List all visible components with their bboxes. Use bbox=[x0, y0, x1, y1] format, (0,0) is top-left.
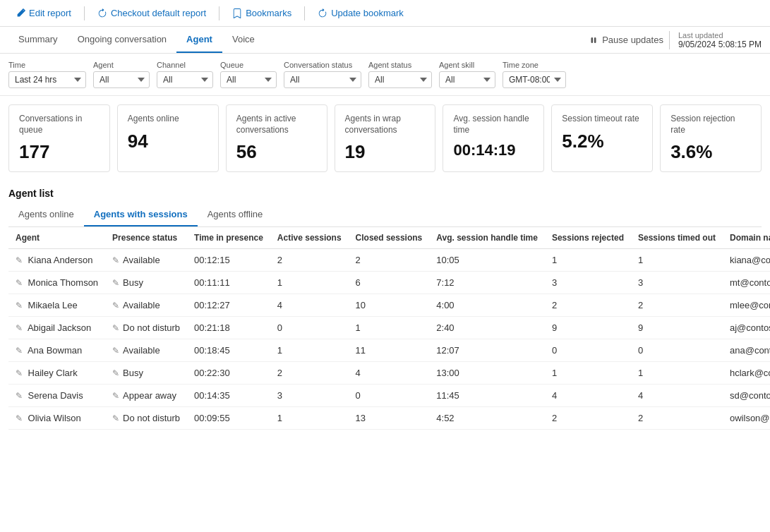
checkout-default-report-button[interactable]: Checkout default report bbox=[90, 4, 213, 22]
toolbar: Edit report Checkout default report Book… bbox=[0, 0, 770, 27]
filter-agent-status-select[interactable]: All bbox=[368, 71, 432, 88]
col-domain: Domain name bbox=[723, 227, 770, 249]
edit-agent-icon-7[interactable]: ✎ bbox=[16, 413, 23, 423]
kpi-avg-session-handle-time: Avg. session handle time 00:14:19 bbox=[443, 104, 544, 172]
edit-agent-icon-6[interactable]: ✎ bbox=[16, 391, 23, 401]
table-header-row: Agent Presence status Time in presence A… bbox=[8, 227, 770, 249]
tab-agent[interactable]: Agent bbox=[176, 27, 222, 53]
cell-time-presence-3: 00:21:18 bbox=[187, 317, 270, 339]
bookmarks-button[interactable]: Bookmarks bbox=[225, 4, 299, 22]
cell-sessions-rejected-0: 1 bbox=[545, 249, 631, 272]
filter-time-select[interactable]: Last 24 hrs Last 7 days Last 30 days bbox=[8, 71, 86, 88]
edit-presence-icon-5[interactable]: ✎ bbox=[112, 368, 119, 378]
cell-closed-sessions-7: 13 bbox=[349, 407, 430, 430]
cell-sessions-timed-out-3: 9 bbox=[631, 317, 723, 339]
edit-presence-icon-1[interactable]: ✎ bbox=[112, 278, 119, 288]
cell-avg-handle-6: 11:45 bbox=[429, 385, 545, 407]
cell-domain-4: ana@contoso.com bbox=[723, 339, 770, 362]
filter-agent-skill-select[interactable]: All bbox=[439, 71, 495, 88]
edit-presence-icon-7[interactable]: ✎ bbox=[112, 413, 119, 423]
cell-time-presence-2: 00:12:27 bbox=[187, 294, 270, 317]
filter-agent-skill-label: Agent skill bbox=[439, 61, 495, 69]
col-sessions-rejected: Sessions rejected bbox=[545, 227, 631, 249]
filter-time: Time Last 24 hrs Last 7 days Last 30 day… bbox=[8, 61, 86, 88]
cell-agent-0: ✎ Kiana Anderson bbox=[8, 249, 105, 272]
cell-active-sessions-0: 2 bbox=[270, 249, 349, 272]
cell-sessions-timed-out-2: 2 bbox=[631, 294, 723, 317]
agent-list-section: Agent list Agents online Agents with ses… bbox=[0, 181, 770, 430]
col-avg-handle: Avg. session handle time bbox=[429, 227, 545, 249]
tab-summary[interactable]: Summary bbox=[8, 27, 68, 53]
kpi-session-rejection-rate: Session rejection rate 3.6% bbox=[660, 104, 762, 172]
kpi-agents-wrap-value: 19 bbox=[345, 141, 426, 163]
separator-1 bbox=[84, 6, 85, 20]
col-time-presence: Time in presence bbox=[187, 227, 270, 249]
cell-sessions-rejected-5: 1 bbox=[545, 362, 631, 385]
edit-agent-icon-4[interactable]: ✎ bbox=[16, 346, 23, 356]
cell-sessions-timed-out-6: 4 bbox=[631, 385, 723, 407]
tab-ongoing-conversation[interactable]: Ongoing conversation bbox=[68, 27, 176, 53]
cell-sessions-rejected-4: 0 bbox=[545, 339, 631, 362]
cell-closed-sessions-0: 2 bbox=[349, 249, 430, 272]
edit-presence-icon-6[interactable]: ✎ bbox=[112, 391, 119, 401]
col-active-sessions: Active sessions bbox=[270, 227, 349, 249]
filter-time-zone-select[interactable]: GMT-08:00 bbox=[503, 71, 566, 88]
filter-conversation-status-select[interactable]: All bbox=[284, 71, 361, 88]
kpi-timeout-label: Session timeout rate bbox=[562, 114, 642, 125]
pause-updates-button[interactable]: Pause updates bbox=[589, 35, 663, 45]
cell-sessions-rejected-6: 4 bbox=[545, 385, 631, 407]
filter-agent-select[interactable]: All bbox=[93, 71, 150, 88]
cell-domain-2: mlee@contoso.co bbox=[723, 294, 770, 317]
kpi-rejection-label: Session rejection rate bbox=[670, 114, 751, 135]
cell-domain-7: owilson@contoso bbox=[723, 407, 770, 430]
cell-agent-2: ✎ Mikaela Lee bbox=[8, 294, 105, 317]
edit-agent-icon-2[interactable]: ✎ bbox=[16, 301, 23, 310]
kpi-conversations-in-queue-label: Conversations in queue bbox=[19, 114, 100, 135]
subtab-agents-online[interactable]: Agents online bbox=[8, 203, 84, 226]
cell-presence-1: ✎ Busy bbox=[105, 272, 187, 294]
update-icon bbox=[318, 8, 327, 18]
kpi-agents-online-label: Agents online bbox=[128, 114, 208, 125]
filter-agent: Agent All bbox=[93, 61, 150, 88]
subtab-agents-offline[interactable]: Agents offline bbox=[198, 203, 273, 226]
table-row: ✎ Abigail Jackson ✎ Do not disturb 00:21… bbox=[8, 317, 770, 339]
cell-closed-sessions-2: 10 bbox=[349, 294, 430, 317]
cell-agent-1: ✎ Monica Thomson bbox=[8, 272, 105, 294]
edit-agent-icon-0[interactable]: ✎ bbox=[16, 255, 23, 265]
subtab-agents-with-sessions[interactable]: Agents with sessions bbox=[84, 203, 198, 226]
kpi-session-timeout-rate: Session timeout rate 5.2% bbox=[551, 104, 653, 172]
edit-presence-icon-0[interactable]: ✎ bbox=[112, 255, 119, 265]
separator-3 bbox=[304, 6, 305, 20]
kpi-agents-online-value: 94 bbox=[128, 131, 208, 152]
col-presence: Presence status bbox=[105, 227, 187, 249]
pencil-icon bbox=[16, 8, 25, 18]
filter-channel-select[interactable]: All bbox=[157, 71, 213, 88]
cell-sessions-timed-out-4: 0 bbox=[631, 339, 723, 362]
nav-bar: Summary Ongoing conversation Agent Voice… bbox=[0, 27, 770, 54]
cell-closed-sessions-5: 4 bbox=[349, 362, 430, 385]
edit-report-button[interactable]: Edit report bbox=[8, 4, 78, 22]
edit-agent-icon-5[interactable]: ✎ bbox=[16, 368, 23, 378]
kpi-avg-handle-label: Avg. session handle time bbox=[453, 114, 534, 135]
filter-channel-label: Channel bbox=[157, 61, 213, 69]
cell-presence-7: ✎ Do not disturb bbox=[105, 407, 187, 430]
cell-presence-3: ✎ Do not disturb bbox=[105, 317, 187, 339]
update-bookmark-button[interactable]: Update bookmark bbox=[311, 4, 411, 22]
tab-voice[interactable]: Voice bbox=[222, 27, 265, 53]
filter-queue-select[interactable]: All bbox=[220, 71, 277, 88]
edit-presence-icon-2[interactable]: ✎ bbox=[112, 301, 119, 310]
cell-closed-sessions-6: 0 bbox=[349, 385, 430, 407]
cell-avg-handle-7: 4:52 bbox=[429, 407, 545, 430]
edit-agent-icon-3[interactable]: ✎ bbox=[16, 323, 23, 333]
col-closed-sessions: Closed sessions bbox=[349, 227, 430, 249]
filter-agent-skill: Agent skill All bbox=[439, 61, 495, 88]
cell-sessions-timed-out-5: 1 bbox=[631, 362, 723, 385]
table-row: ✎ Kiana Anderson ✎ Available 00:12:15 2 … bbox=[8, 249, 770, 272]
edit-presence-icon-3[interactable]: ✎ bbox=[112, 323, 119, 333]
filter-time-zone-label: Time zone bbox=[503, 61, 566, 69]
cell-domain-0: kiana@contoso.cc bbox=[723, 249, 770, 272]
refresh-icon bbox=[97, 8, 107, 18]
edit-agent-icon-1[interactable]: ✎ bbox=[16, 278, 23, 288]
edit-presence-icon-4[interactable]: ✎ bbox=[112, 346, 119, 356]
cell-closed-sessions-1: 6 bbox=[349, 272, 430, 294]
